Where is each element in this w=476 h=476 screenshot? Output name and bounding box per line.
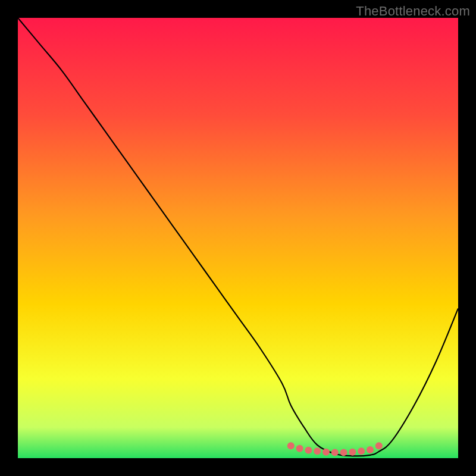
chart-svg	[18, 18, 458, 458]
chart-container: TheBottleneck.com	[0, 0, 476, 476]
plot-area	[18, 18, 458, 458]
marker-dot	[358, 447, 365, 455]
marker-dot	[287, 442, 295, 449]
watermark-text: TheBottleneck.com	[356, 4, 470, 19]
marker-dot	[375, 442, 383, 449]
marker-dot	[305, 447, 312, 454]
marker-dot	[314, 447, 321, 455]
marker-dot	[367, 446, 374, 453]
marker-dot	[296, 445, 303, 452]
marker-dot	[331, 449, 339, 456]
marker-dot	[349, 449, 356, 456]
marker-dot	[322, 449, 330, 456]
marker-dot	[340, 449, 347, 456]
gradient-background	[18, 18, 458, 458]
